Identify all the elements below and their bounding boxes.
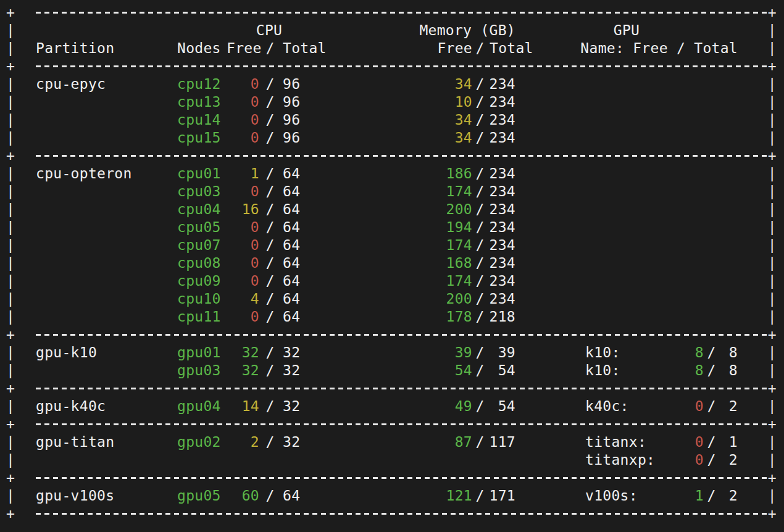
partition-name: [36, 308, 177, 326]
table-row: |cpu-opteroncpu011/64186/234|: [0, 165, 784, 183]
right-border: |: [738, 111, 784, 129]
header-row-groups: | CPU Memory (GB) GPU |: [0, 22, 784, 39]
gpu-gap: [515, 183, 585, 201]
gpu-gap: [515, 93, 585, 111]
gpu-slash: [704, 165, 719, 183]
gpu-name: k10:: [585, 362, 665, 380]
mem-free: 200: [312, 290, 472, 308]
cpu-slash: /: [259, 165, 281, 183]
separator-corner: +: [0, 415, 36, 433]
mem-total: 54: [488, 397, 515, 415]
header-gpu-group: GPU: [515, 22, 738, 39]
gpu-free: [665, 165, 704, 183]
right-border: |: [738, 165, 784, 183]
header-gpu-sub: Name: Free / Total: [515, 39, 738, 57]
separator-corner: +: [768, 326, 784, 344]
mem-slash: /: [472, 397, 488, 415]
cpu-slash: [259, 451, 281, 469]
cpu-slash: /: [259, 433, 281, 451]
gpu-free: [665, 201, 704, 218]
cpu-total: 64: [281, 487, 312, 505]
gpu-slash: /: [704, 433, 719, 451]
border-dash-line: [36, 12, 768, 14]
mem-slash: /: [472, 290, 488, 308]
header-memory-group: Memory (GB): [312, 22, 515, 39]
cpu-free: 0: [227, 272, 259, 290]
partition-name: gpu-v100s: [36, 487, 177, 505]
gpu-slash: /: [704, 397, 719, 415]
gpu-gap: [515, 290, 585, 308]
table-row: |gpu0332/3254/54k10:8/8|: [0, 362, 784, 380]
gpu-slash: /: [704, 487, 719, 505]
gpu-name: [585, 236, 665, 254]
mem-free: 34: [312, 75, 472, 93]
left-border: |: [0, 433, 36, 451]
table-row: |cpu050/64194/234|: [0, 218, 784, 236]
gpu-total: [719, 218, 738, 236]
right-border: |: [738, 236, 784, 254]
mem-total: [488, 451, 515, 469]
partition-name: [36, 254, 177, 272]
cpu-total: 64: [281, 183, 312, 201]
header-cpu-free: Free: [227, 39, 259, 57]
mem-slash: /: [472, 183, 488, 201]
gpu-slash: /: [704, 451, 719, 469]
left-border: |: [0, 183, 36, 201]
left-border: |: [0, 308, 36, 326]
mem-free: 186: [312, 165, 472, 183]
mem-free: 194: [312, 218, 472, 236]
gpu-total: [719, 236, 738, 254]
table-row: |gpu-k10gpu0132/3239/39k10:8/8|: [0, 344, 784, 362]
mem-slash: /: [472, 218, 488, 236]
cpu-total: 64: [281, 254, 312, 272]
separator-dash-line: [36, 65, 768, 67]
table-row: |cpu104/64200/234|: [0, 290, 784, 308]
gpu-total: 1: [719, 433, 738, 451]
mem-slash: /: [472, 93, 488, 111]
cpu-slash: /: [259, 129, 281, 147]
mem-total: 234: [488, 201, 515, 218]
mem-total: 234: [488, 290, 515, 308]
header-partition: Partition: [36, 39, 177, 57]
cpu-slash: /: [259, 93, 281, 111]
mem-total: 234: [488, 165, 515, 183]
header-mem-total: Total: [488, 39, 515, 57]
gpu-free: [665, 254, 704, 272]
gpu-gap: [515, 397, 585, 415]
partition-name: [36, 362, 177, 380]
mem-total: 234: [488, 111, 515, 129]
gpu-name: [585, 183, 665, 201]
node-name: cpu12: [177, 75, 227, 93]
gpu-free: 1: [665, 487, 704, 505]
mem-free: 34: [312, 111, 472, 129]
cpu-free: 16: [227, 201, 259, 218]
cpu-slash: /: [259, 308, 281, 326]
gpu-name: k10:: [585, 344, 665, 362]
table-row: |gpu-k40cgpu0414/3249/54k40c:0/2|: [0, 397, 784, 415]
right-border: |: [738, 362, 784, 380]
separator-dash-line: [36, 423, 768, 425]
left-border: |: [0, 272, 36, 290]
mem-slash: /: [472, 254, 488, 272]
gpu-gap: [515, 218, 585, 236]
table-row: |cpu090/64174/234|: [0, 272, 784, 290]
gpu-total: [719, 272, 738, 290]
gpu-slash: /: [704, 362, 719, 380]
partition-name: [36, 93, 177, 111]
right-border: |: [738, 272, 784, 290]
gpu-name: [585, 290, 665, 308]
gpu-free: 0: [665, 397, 704, 415]
left-border: |: [0, 75, 36, 93]
gpu-free: [665, 218, 704, 236]
gpu-gap: [515, 254, 585, 272]
table-row: |cpu080/64168/234|: [0, 254, 784, 272]
right-border: |: [738, 93, 784, 111]
partition-name: gpu-k10: [36, 344, 177, 362]
mem-slash: /: [472, 344, 488, 362]
cpu-free: 0: [227, 93, 259, 111]
left-border: |: [0, 111, 36, 129]
gpu-free: [665, 272, 704, 290]
cpu-total: 64: [281, 290, 312, 308]
table-row: |cpu-epyccpu120/9634/234|: [0, 75, 784, 93]
separator-dash-line: [36, 477, 768, 479]
